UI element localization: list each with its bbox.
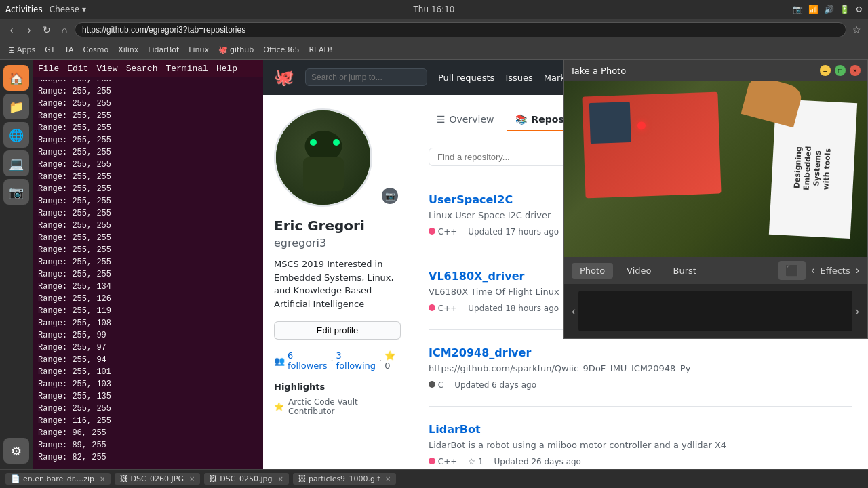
- repo-item-icm20948: ICM20948_driver https://github.com/spark…: [429, 330, 852, 407]
- terminal-menu-terminal[interactable]: Terminal: [165, 64, 208, 74]
- bookmark-cosmo[interactable]: Cosmo: [79, 44, 113, 56]
- taskbar-dsc0260-label: DSC_0260.JPG: [130, 474, 184, 483]
- repo-stars-lidarbot: ☆ 1: [468, 457, 483, 466]
- camera-minimize-button[interactable]: –: [820, 65, 831, 76]
- apps-icon: ⊞: [8, 45, 15, 55]
- home-button[interactable]: ⌂: [57, 22, 72, 37]
- terminal-line: Range: 255, 94: [38, 354, 258, 366]
- main-area: 🏠 📁 🌐 💻 📷 ⚙ File Edit View Search Termin…: [0, 60, 868, 469]
- tab-overview[interactable]: ☰ Overview: [429, 108, 502, 131]
- terminal-line: Range: 255, 255: [38, 207, 258, 220]
- gh-nav-issues[interactable]: Issues: [505, 73, 532, 83]
- settings-icon[interactable]: ⚙: [855, 5, 863, 14]
- bookmark-github-icon: 🐙: [218, 45, 228, 54]
- bookmark-xilinx-label: Xilinx: [118, 45, 138, 54]
- terminal-output: Range: 255, 255Range: 255, 255Range: 255…: [38, 80, 258, 464]
- terminal-panel: File Edit View Search Terminal Help Rang…: [33, 60, 263, 469]
- terminal-line: Range: 255, 119: [38, 305, 258, 317]
- bookmark-github[interactable]: 🐙github: [214, 44, 258, 56]
- taskbar-dsc0260-close[interactable]: ×: [189, 475, 195, 483]
- terminal-line: Range: 255, 103: [38, 378, 258, 390]
- terminal-menu-file[interactable]: File: [38, 64, 59, 74]
- terminal-line: Range: 255, 99: [38, 329, 258, 342]
- followers-stat: 👥 6 followers · 3 following · ⭐ 0: [274, 350, 401, 371]
- taskbar-dsc0250-close[interactable]: ×: [278, 475, 283, 483]
- taskbar-item-particles[interactable]: 🖼 particles9_1000.gif ×: [293, 473, 397, 485]
- terminal-line: Range: 82, 255: [38, 451, 258, 464]
- edit-profile-button[interactable]: Edit profile: [274, 321, 401, 340]
- terminal-line: Range: 255, 108: [38, 317, 258, 329]
- board-chip: [589, 102, 631, 144]
- repo-desc-icm20948: https://github.com/sparkfun/Qwiic_9DoF_I…: [429, 363, 852, 373]
- repo-updated-userspacei2c: Updated 17 hours ago: [468, 227, 559, 237]
- taskbar-item-dsc0250[interactable]: 🖼 DSC_0250.jpg ×: [204, 473, 289, 485]
- bookmark-read[interactable]: READ!: [304, 44, 336, 56]
- unity-settings[interactable]: ⚙: [3, 438, 29, 464]
- camera-tab-burst[interactable]: Burst: [665, 263, 705, 279]
- bookmark-office[interactable]: Office365: [259, 44, 303, 56]
- unity-home[interactable]: 🏠: [3, 65, 29, 91]
- bookmark-linux[interactable]: Linux: [184, 44, 213, 56]
- terminal-line: Range: 255, 255: [38, 159, 258, 171]
- taskbar-particles-close[interactable]: ×: [385, 475, 391, 483]
- effects-prev-button[interactable]: ‹: [811, 264, 814, 277]
- unity-files[interactable]: 📁: [3, 94, 29, 119]
- taskbar-item-dsc0260[interactable]: 🖼 DSC_0260.JPG ×: [115, 473, 200, 485]
- unity-browser[interactable]: 🌐: [3, 122, 29, 148]
- terminal-menu-help[interactable]: Help: [216, 64, 237, 74]
- repo-updated-lidarbot: Updated 26 days ago: [494, 457, 581, 466]
- camera-overlay-button[interactable]: 📷: [382, 188, 398, 204]
- gh-nav-pull-requests[interactable]: Pull requests: [438, 73, 494, 83]
- terminal-line: Range: 116, 255: [38, 415, 258, 427]
- following-count[interactable]: 3 following: [336, 350, 376, 371]
- camera-close-button[interactable]: ×: [850, 65, 861, 76]
- bookmark-cosmo-label: Cosmo: [83, 45, 109, 54]
- unity-sidebar: 🏠 📁 🌐 💻 📷 ⚙: [0, 60, 33, 469]
- camera-window-buttons: – □ ×: [820, 65, 861, 76]
- taskbar-item-zip[interactable]: 📄 en.en.bare_dr....zip ×: [5, 473, 111, 485]
- camera-maximize-button[interactable]: □: [835, 65, 846, 76]
- avatar: [274, 108, 372, 207]
- url-bar[interactable]: [75, 22, 846, 37]
- system-bar-left: Activities Cheese ▾: [5, 5, 86, 14]
- effects-next-button[interactable]: ›: [856, 264, 859, 277]
- bookmark-lidarbot[interactable]: LidarBot: [144, 44, 183, 56]
- followers-count[interactable]: 6 followers: [288, 350, 328, 371]
- camera-tab-photo[interactable]: Photo: [572, 263, 613, 279]
- user-bio: MSCS 2019 Interested in Embedded Systems…: [274, 258, 401, 310]
- bookmark-github-label: github: [230, 45, 254, 54]
- camera-sys-icon[interactable]: 📷: [793, 5, 803, 14]
- terminal-menu-edit[interactable]: Edit: [67, 64, 88, 74]
- cheese-menu[interactable]: Cheese ▾: [50, 5, 86, 14]
- unity-camera[interactable]: 📷: [3, 179, 29, 205]
- taskbar-zip-close[interactable]: ×: [100, 475, 105, 483]
- forward-button[interactable]: ›: [22, 22, 37, 37]
- camera-circuit-board: [582, 92, 721, 199]
- bookmark-apps[interactable]: ⊞ Apps: [4, 44, 39, 56]
- camera-title: Take a Photo: [570, 66, 626, 76]
- back-button[interactable]: ‹: [4, 22, 19, 37]
- camera-preview: DesigningEmbeddedSystemswith tools: [564, 81, 867, 257]
- terminal-menu-search[interactable]: Search: [126, 64, 158, 74]
- camera-shutter-button[interactable]: ⬛: [778, 261, 806, 280]
- repo-link-icm20948[interactable]: ICM20948_driver: [429, 346, 852, 359]
- filmstrip-next-button[interactable]: ›: [852, 304, 862, 319]
- bookmark-ta[interactable]: TA: [60, 44, 77, 56]
- gh-search-input[interactable]: [305, 68, 427, 86]
- bookmark-xilinx[interactable]: Xilinx: [114, 44, 142, 56]
- bookmark-gt[interactable]: GT: [41, 44, 59, 56]
- zip-icon: 📄: [11, 474, 20, 483]
- taskbar-zip-label: en.en.bare_dr....zip: [23, 474, 94, 483]
- unity-terminal[interactable]: 💻: [3, 150, 29, 176]
- camera-tab-video[interactable]: Video: [618, 263, 659, 279]
- filmstrip-prev-button[interactable]: ‹: [569, 304, 578, 319]
- repo-item-lidarbot: LidarBot LidarBot is a robot using a mii…: [429, 407, 852, 469]
- bookmark-star[interactable]: ☆: [849, 22, 864, 37]
- activities-label[interactable]: Activities: [5, 5, 43, 14]
- repo-link-lidarbot[interactable]: LidarBot: [429, 423, 852, 436]
- terminal-menu-view[interactable]: View: [96, 64, 117, 74]
- terminal-line: Range: 255, 255: [38, 220, 258, 232]
- system-time: Thu 16:10: [414, 5, 455, 14]
- reload-button[interactable]: ↻: [39, 22, 54, 37]
- volume-icon[interactable]: 🔊: [824, 5, 834, 14]
